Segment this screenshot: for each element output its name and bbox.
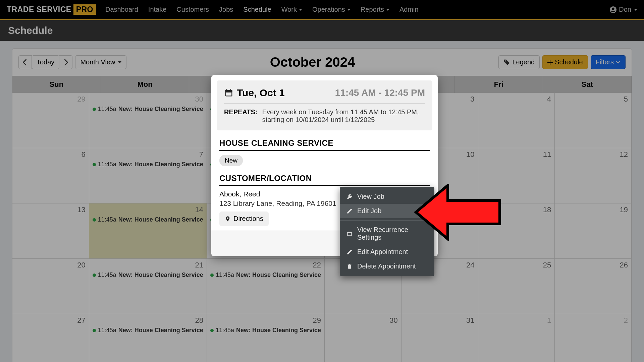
annotation-arrow xyxy=(413,184,503,241)
calendar-icon xyxy=(346,231,353,237)
calendar-icon xyxy=(224,88,233,98)
dd-delete-appointment[interactable]: Delete Appointment xyxy=(340,259,434,274)
repeats-text: Every week on Tuesday from 11:45 AM to 1… xyxy=(262,108,425,124)
dd-edit-appointment[interactable]: Edit Appointment xyxy=(340,245,434,259)
trash-icon xyxy=(346,263,353,269)
repeats-label: REPEATS: xyxy=(224,108,258,124)
customer-title: CUSTOMER/LOCATION xyxy=(219,174,430,186)
location-icon xyxy=(225,215,231,223)
modal-date: Tue, Oct 1 xyxy=(224,87,285,99)
pencil-icon xyxy=(346,249,353,255)
modal-header: Tue, Oct 1 11:45 AM - 12:45 PM REPEATS: … xyxy=(217,80,432,130)
service-title: HOUSE CLEANING SERVICE xyxy=(219,138,430,151)
modal-time: 11:45 AM - 12:45 PM xyxy=(335,87,425,98)
svg-rect-6 xyxy=(230,89,231,91)
svg-rect-5 xyxy=(226,89,227,91)
wrench-icon xyxy=(346,194,353,200)
svg-rect-4 xyxy=(225,90,232,92)
directions-button[interactable]: Directions xyxy=(219,212,269,226)
svg-rect-7 xyxy=(226,93,231,96)
svg-rect-9 xyxy=(348,233,352,236)
pencil-icon xyxy=(346,208,353,214)
status-badge: New xyxy=(219,155,243,166)
